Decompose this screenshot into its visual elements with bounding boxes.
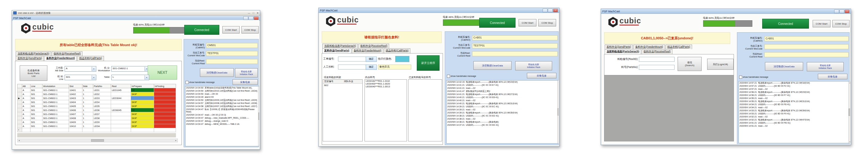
clear-data-button[interactable]: 清空数据ClearData [473, 61, 512, 70]
app-minimize-button[interactable] [542, 9, 548, 12]
col-inprepare[interactable]: InPrepare [131, 84, 154, 88]
tab-feeder-mount[interactable]: 备料作业(FeederMount) [44, 56, 76, 61]
wo-confirm-button[interactable]: 确定 [366, 57, 377, 62]
table-row[interactable]: A S01 S01-CM602-1 10401 1 LED1 LED1045 O… [18, 88, 176, 92]
tab-feeder-mount[interactable]: 备料作业(FeederMount) [633, 44, 665, 49]
scrollbar-thumb[interactable] [91, 139, 104, 142]
tab-receive-reel[interactable]: 收料作业(ReceiveReel) [642, 49, 672, 54]
app-titlebar[interactable]: PSP MachCast × [601, 9, 851, 14]
col-side[interactable]: Side [82, 84, 93, 88]
table-row[interactable]: ▶ A S01 S01-CM602-1 10403 1 LED3 LED3044 [18, 96, 176, 100]
collect-power-button[interactable]: 采集电量 [232, 79, 258, 85]
wocode-field[interactable]: TESTP01 [206, 51, 258, 56]
com-start-button[interactable]: COM Start [222, 26, 240, 33]
table-row[interactable]: A S01 S01-CM602-1 10405 1 LED5 SKIP [18, 104, 176, 108]
table-row[interactable]: A S01 S01-CM602-1 10404 1 LED4 SKIP [18, 100, 176, 104]
minimize-icon[interactable]: — [248, 12, 250, 14]
build-parts-list-button[interactable]: 生成备料单 Build Parts List [20, 65, 48, 81]
com-stop-button[interactable]: COM Stop [538, 19, 556, 26]
scan-confirm-button[interactable]: 确定 [366, 65, 377, 70]
collect-power-button[interactable]: 采集电量 [527, 73, 556, 78]
cab-no-field[interactable]: CM501 [206, 43, 258, 48]
table-select[interactable]: L ▼ [111, 75, 149, 80]
initialize-rack-button[interactable]: 初始化仓架 Initialize Rack [807, 62, 844, 71]
col-partsno[interactable]: PartsNo [93, 84, 111, 88]
connected-button[interactable]: Connected [762, 19, 809, 29]
log-list[interactable]: 2020/5/9 14:57:21电池电量report------------(… [739, 81, 850, 143]
tab-call-parts[interactable]: 线边补料(CallParts) [384, 48, 410, 53]
app-maximize-button[interactable] [839, 9, 844, 13]
initialize-rack-button[interactable]: 初始化仓架 Initialize Rack [235, 68, 258, 77]
app-minimize-button[interactable] [243, 16, 248, 20]
col-reel[interactable]: Reel [111, 84, 131, 88]
table-row[interactable]: A S01 S01-CM602-1 10406 1 LED6 LED6045 O… [18, 108, 176, 112]
com-stop-button[interactable]: COM Stop [832, 20, 849, 27]
tab-feeder-mount[interactable]: 备料作业(FeederMount) [352, 48, 383, 53]
cab-no-field[interactable]: CAB01 [472, 35, 558, 40]
handshake-checkbox[interactable] [739, 75, 742, 79]
parts-no-input[interactable] [639, 65, 675, 70]
table-row[interactable]: * [18, 128, 176, 132]
initialize-rack-button[interactable]: 初始化仓架 Initialize Rack [515, 61, 552, 70]
wocode-field[interactable]: TESTP01 [472, 43, 558, 48]
scrollbar-thumb[interactable] [258, 113, 259, 120]
vertical-scrollbar[interactable]: ▲ ▼ [848, 82, 850, 143]
wo-number-input[interactable] [338, 57, 367, 61]
col-ab[interactable]: AB [22, 84, 30, 88]
next-button[interactable]: NEXT [148, 65, 177, 80]
table-row[interactable]: A S01 S01-CM602-1 10407 1 LED7 SKIP [18, 112, 176, 116]
scroll-down-icon[interactable]: ▼ [849, 140, 850, 143]
log-list[interactable]: 2020/5/9 14:42:15电池电量report------------(… [446, 80, 559, 144]
col-line[interactable]: Line [30, 84, 42, 88]
tab-parts-search[interactable]: 当前料枪信息(PartsSerach) [605, 49, 641, 54]
connected-button[interactable]: Connected [479, 18, 516, 28]
col-workstation[interactable]: Workstation [42, 84, 69, 88]
app-close-button[interactable]: × [553, 9, 558, 12]
cab-no-field[interactable]: CAB01 [764, 36, 848, 41]
app-close-button[interactable]: × [845, 9, 849, 13]
current-reel-field[interactable] [472, 51, 558, 56]
memory-part-row[interactable]: LED0400***R01.1.0020 [365, 83, 407, 85]
handshake-checkbox[interactable] [447, 75, 450, 78]
scroll-down-icon[interactable]: ▼ [558, 141, 559, 143]
col-slot[interactable]: Slot [69, 84, 82, 88]
log-list[interactable]: 2020/5/9 14:04:50所有table已经全部备料完成(This Ta… [185, 86, 259, 146]
app-maximize-button[interactable] [548, 9, 553, 12]
workstation-select[interactable]: S01-CM602-1 ▼ [111, 66, 149, 72]
table-row[interactable]: A S01 S01-CM602-1 10408 1 LED8 SKIP [18, 116, 176, 120]
app-minimize-button[interactable] [834, 9, 839, 13]
tab-receive-reel[interactable]: 收料作业(ReceiveReel) [52, 51, 83, 56]
tab-receive-reel[interactable]: 收料作业(ReceiveReel) [358, 44, 389, 48]
col-infinding[interactable]: InFinding [154, 84, 176, 88]
com-start-button[interactable]: COM Start [519, 19, 536, 26]
maximize-icon[interactable]: □ [252, 12, 254, 14]
remote-desktop-titlebar[interactable]: 192.168.3.102 - 远程桌面连接 — □ ✕ [12, 10, 260, 16]
table-row[interactable]: A S01 S01-CM602-1 10402 1 LED2 SKIP [18, 92, 176, 96]
close-icon[interactable]: ✕ [256, 12, 259, 14]
clear-data-button[interactable]: 清空数据ClearData [765, 62, 803, 71]
scroll-right-icon[interactable]: ► [175, 139, 177, 141]
light-off-button[interactable]: 关灯(LightOff) [707, 59, 734, 70]
memory-part-row[interactable]: LED0162***R01.1.0110 [365, 80, 407, 83]
app-titlebar[interactable]: PSP MachCast × [319, 8, 559, 13]
app-maximize-button[interactable] [249, 16, 253, 20]
current-reel-field[interactable] [764, 52, 848, 57]
scrollbar-thumb[interactable] [848, 108, 850, 116]
tab-parts-search[interactable]: 当前料枪信息(PartsSerach) [16, 51, 51, 56]
table-row[interactable]: A S01 S01-CM602-1 10410 1 LEDA SKIP [18, 124, 176, 128]
tab-send-parts[interactable]: 发料作业(SendParts) [605, 44, 633, 49]
tab-send-parts[interactable]: 发料作业(SendParts) [16, 56, 44, 61]
connected-button[interactable]: Connected [184, 25, 219, 35]
tab-call-parts[interactable]: 线边补料(CallParts) [77, 56, 104, 61]
manual-scan-input[interactable] [338, 65, 367, 69]
com-start-button[interactable]: COM Start [813, 20, 831, 27]
scroll-down-icon[interactable]: ▼ [259, 144, 259, 146]
vertical-scrollbar[interactable]: ▲ ▼ [258, 86, 259, 146]
sent-parts-list[interactable] [408, 79, 442, 141]
reel-id-input[interactable] [639, 57, 675, 62]
new-task-button[interactable]: 新开立程序 [417, 55, 439, 71]
tab-parts-search[interactable]: 当前料枪信息(PartsSerach) [322, 44, 358, 48]
scrollbar-thumb[interactable] [558, 108, 559, 116]
rack-list[interactable]: 货架编号 排队作业 B02 [323, 79, 363, 141]
collect-power-button[interactable]: 采集电量 [818, 74, 847, 79]
